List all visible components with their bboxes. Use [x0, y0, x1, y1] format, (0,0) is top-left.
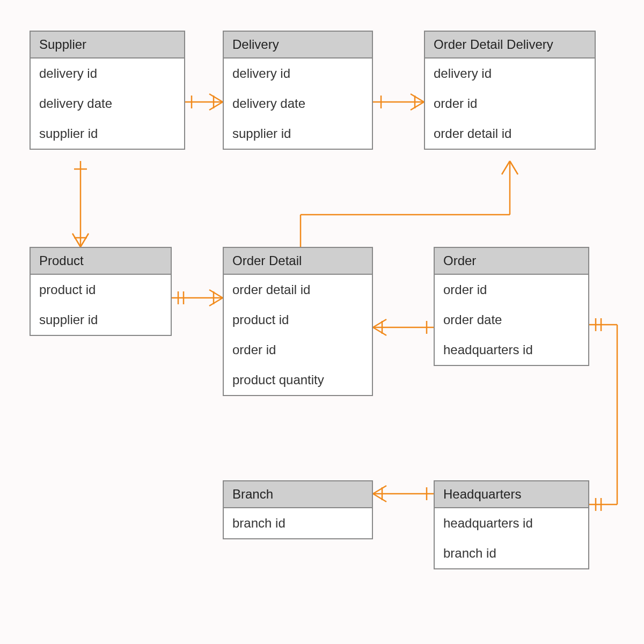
entity-field: order detail id	[224, 275, 372, 305]
entity-field: delivery id	[224, 58, 372, 89]
svg-line-22	[502, 161, 510, 174]
entity-field: product quantity	[224, 365, 372, 395]
svg-line-3	[209, 102, 223, 110]
entity-field: supplier id	[31, 305, 171, 335]
entity-title: Headquarters	[435, 481, 588, 508]
svg-line-27	[373, 319, 386, 327]
svg-line-28	[373, 327, 386, 335]
svg-line-8	[411, 102, 424, 110]
entity-field: order id	[224, 335, 372, 365]
entity-field: product id	[31, 275, 171, 305]
svg-line-32	[373, 486, 386, 494]
entity-order: Order order id order date headquarters i…	[434, 247, 589, 366]
entity-delivery: Delivery delivery id delivery date suppl…	[223, 31, 373, 150]
svg-line-7	[411, 94, 424, 102]
entity-field: delivery date	[31, 89, 184, 119]
entity-product: Product product id supplier id	[30, 247, 172, 336]
entity-title: Order Detail	[224, 248, 372, 275]
er-diagram-canvas: Supplier delivery id delivery date suppl…	[0, 0, 644, 644]
entity-field: product id	[224, 305, 372, 335]
svg-line-19	[209, 298, 223, 306]
entity-field: supplier id	[31, 119, 184, 149]
entity-field: order detail id	[425, 119, 595, 149]
entity-field: branch id	[435, 538, 588, 568]
entity-field: delivery id	[425, 58, 595, 89]
svg-line-18	[209, 290, 223, 298]
entity-field: branch id	[224, 508, 372, 538]
entity-field: delivery id	[31, 58, 184, 89]
svg-line-33	[373, 494, 386, 502]
entity-title: Delivery	[224, 32, 372, 58]
svg-line-23	[510, 161, 518, 174]
entity-title: Branch	[224, 481, 372, 508]
svg-line-12	[72, 233, 80, 247]
entity-field: headquarters id	[435, 508, 588, 538]
entity-field: order id	[425, 89, 595, 119]
entity-supplier: Supplier delivery id delivery date suppl…	[30, 31, 185, 150]
entity-order-detail: Order Detail order detail id product id …	[223, 247, 373, 396]
entity-title: Supplier	[31, 32, 184, 58]
entity-field: headquarters id	[435, 335, 588, 365]
entity-field: supplier id	[224, 119, 372, 149]
entity-order-detail-delivery: Order Detail Delivery delivery id order …	[424, 31, 596, 150]
svg-line-2	[209, 94, 223, 102]
entity-title: Product	[31, 248, 171, 275]
svg-line-13	[80, 233, 89, 247]
entity-field: order id	[435, 275, 588, 305]
entity-headquarters: Headquarters headquarters id branch id	[434, 480, 589, 569]
entity-title: Order	[435, 248, 588, 275]
entity-field: delivery date	[224, 89, 372, 119]
entity-branch: Branch branch id	[223, 480, 373, 539]
entity-title: Order Detail Delivery	[425, 32, 595, 58]
entity-field: order date	[435, 305, 588, 335]
